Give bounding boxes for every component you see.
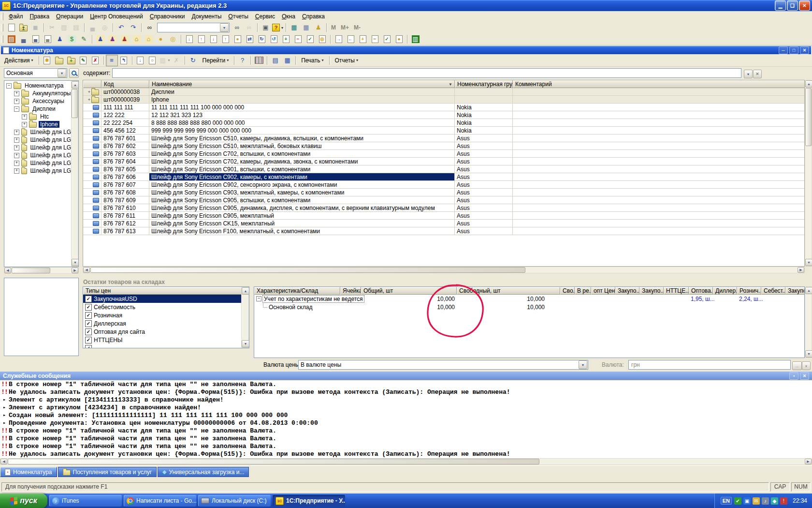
- table-row[interactable]: +шт000000038Дисплеи: [83, 88, 804, 96]
- tray-network-icon[interactable]: ▣: [743, 497, 751, 505]
- column-settings-button[interactable]: ▦: [281, 55, 293, 66]
- search-button[interactable]: [69, 68, 79, 78]
- table-row[interactable]: 876 787 606Шлейф для Sony Ericsson C902,…: [83, 173, 804, 181]
- edit-item-button[interactable]: ✎: [77, 55, 89, 66]
- doc-forward-button[interactable]: →: [333, 33, 345, 45]
- clear-filter-button[interactable]: ✗: [171, 55, 183, 66]
- checkbox-icon[interactable]: ✓: [85, 345, 92, 349]
- warehouse-row[interactable]: −Учет по характеристикам не ведется10,00…: [254, 295, 804, 303]
- table-row[interactable]: 876 787 610Шлейф для Sony Ericsson C905,…: [83, 204, 804, 212]
- doc-income-gold-button[interactable]: +: [357, 33, 369, 45]
- checkbox-icon[interactable]: ✓: [85, 312, 92, 319]
- messages-horizontal-scrollbar[interactable]: ◀ ▶: [0, 458, 812, 465]
- tree-item-шлейф-для-lg-c[interactable]: +Шлейф для LG C: [5, 128, 78, 136]
- language-indicator[interactable]: EN: [721, 497, 732, 505]
- save-button[interactable]: ◼: [29, 22, 42, 33]
- price-type-row[interactable]: ✓Себестоимость: [83, 303, 249, 311]
- list-settings-button[interactable]: ▤: [269, 55, 281, 66]
- memory-mplus-button[interactable]: M+: [338, 24, 351, 31]
- coin-button[interactable]: ●: [155, 33, 167, 45]
- move-item-button[interactable]: ↰: [118, 55, 130, 66]
- sort-column-button[interactable]: ↓: [134, 55, 146, 66]
- history-button[interactable]: ○: [146, 55, 159, 66]
- find-combo-arrow-icon[interactable]: ▼: [220, 23, 229, 32]
- access-rights-button[interactable]: ♟: [312, 22, 324, 33]
- table-row[interactable]: 876 787 608Шлейф для Sony Ericsson C903,…: [83, 189, 804, 196]
- column-header-Комментарий[interactable]: Комментарий: [513, 80, 805, 88]
- column-header-Номенклатурная гру...[interactable]: Номенклатурная гру...: [455, 80, 513, 88]
- warehouse-column-8[interactable]: Закупо...: [639, 287, 664, 295]
- price-type-row[interactable]: ✓Розничная: [83, 311, 249, 319]
- menu-item-8[interactable]: Сервис: [252, 12, 278, 21]
- table-horizontal-scrollbar[interactable]: ◀ ▶: [83, 267, 805, 273]
- memory-mminus-button[interactable]: M-: [351, 24, 363, 31]
- checkbox-icon[interactable]: ✓: [85, 320, 92, 327]
- doc-add-button[interactable]: +: [280, 33, 292, 45]
- price-edit-button[interactable]: ✎: [78, 33, 90, 45]
- cut-button[interactable]: ✂: [46, 22, 58, 33]
- currency-more-button[interactable]: ...: [792, 361, 802, 370]
- goto-button[interactable]: Перейти▾: [199, 55, 232, 66]
- tray-alert-icon[interactable]: !: [780, 497, 787, 505]
- doc-outcome-gold-button[interactable]: −: [369, 33, 381, 45]
- table-row[interactable]: 876 787 613Шлейф для Sony Ericsson F100,…: [83, 227, 804, 235]
- catalog-cabinet-button[interactable]: ▤: [5, 33, 17, 45]
- price-type-row[interactable]: ✓: [83, 344, 249, 348]
- menu-item-6[interactable]: Документы: [188, 12, 225, 21]
- new-window-button[interactable]: ▣: [260, 22, 272, 33]
- warehouse-column-2[interactable]: Общий, шт: [361, 287, 457, 295]
- calculator-button[interactable]: ▦: [288, 22, 300, 33]
- column-header-icon[interactable]: [83, 80, 102, 88]
- price-currency-arrow-icon[interactable]: ▼: [579, 360, 587, 369]
- tray-device-icon[interactable]: ◆: [771, 497, 778, 505]
- doc-payment-button[interactable]: ●: [232, 33, 244, 45]
- checkbox-icon[interactable]: ✓: [85, 337, 92, 344]
- maximize-button[interactable]: ❑: [787, 0, 798, 11]
- help-button[interactable]: ?: [236, 55, 248, 66]
- price-type-row[interactable]: ✓Оптовая для сайта: [83, 328, 249, 336]
- doc-reversal-button[interactable]: ↺: [268, 33, 280, 45]
- doc-transfer-button[interactable]: ⇄: [244, 33, 256, 45]
- warehouse-column-0[interactable]: Характеристика/Склад: [254, 287, 340, 295]
- report-book-button[interactable]: ▥: [409, 33, 421, 45]
- warehouse-column-11[interactable]: Диллер...: [713, 287, 737, 295]
- menu-item-9[interactable]: Окна: [278, 12, 299, 21]
- doc-prices-button[interactable]: ◎: [316, 33, 328, 45]
- table-row[interactable]: 876 787 612Шлейф для Sony Ericsson CK15,…: [83, 220, 804, 227]
- column-header-Код[interactable]: Код: [102, 80, 149, 88]
- menu-item-1[interactable]: Файл: [5, 12, 27, 21]
- add-item-button[interactable]: ✱: [41, 55, 53, 66]
- taskbar-button-написати-листа-go-[interactable]: Написати листа - Go...: [124, 495, 196, 507]
- table-row[interactable]: 876 787 607Шлейф для Sony Ericsson C902,…: [83, 181, 804, 189]
- table-row[interactable]: 22 222 2548 888 888 888 888 880 000 000 …: [83, 119, 804, 127]
- table-row[interactable]: 876 787 601Шлейф для Sony Ericsson C510,…: [83, 134, 804, 142]
- coins-stack-button[interactable]: ◎: [167, 33, 179, 45]
- warehouse-column-3[interactable]: Свободный, шт: [457, 287, 560, 295]
- print-document-button[interactable]: ▄: [17, 33, 29, 45]
- paste-button[interactable]: ▤: [70, 22, 82, 33]
- menu-item-10[interactable]: Справка: [299, 12, 328, 21]
- price-types-header[interactable]: Типы цен: [83, 287, 242, 295]
- workbook-tab-номенклатура[interactable]: ▪Номенклатура: [0, 467, 57, 477]
- table-row[interactable]: 876 787 605Шлейф для Sony Ericsson C901,…: [83, 165, 804, 173]
- child-restore-button[interactable]: □: [789, 46, 798, 54]
- start-button[interactable]: пуск: [0, 493, 47, 508]
- price-type-row[interactable]: ✓НТТЦЕНЫ: [83, 336, 249, 344]
- taskbar-button-локальный-диск-с-[interactable]: Локальный диск (С:): [198, 495, 271, 507]
- print-button[interactable]: ▄: [87, 22, 99, 33]
- tree-item-шлейф-для-lg-c[interactable]: +Шлейф для LG C: [5, 159, 78, 167]
- table-row[interactable]: 876 787 611Шлейф для Sony Ericsson C905,…: [83, 212, 804, 220]
- menu-item-2[interactable]: Правка: [27, 12, 53, 21]
- table-row[interactable]: +шт000000039Iphone: [83, 96, 804, 104]
- doc-return-out-button[interactable]: ↑: [219, 33, 232, 45]
- doc-money-button[interactable]: ●: [393, 33, 405, 45]
- menu-item-4[interactable]: Центр Оповещений: [87, 12, 146, 21]
- tree-item-дисплеи[interactable]: −Дисплеи: [5, 105, 78, 113]
- hierarchy-view-button[interactable]: ≡: [106, 55, 118, 66]
- child-minimize-button[interactable]: ─: [779, 46, 788, 54]
- warehouse-column-4[interactable]: Сво...: [560, 287, 575, 295]
- menu-item-7[interactable]: Отчеты: [225, 12, 252, 21]
- table-row[interactable]: 456 456 122999 999 999 999 999 000 000 0…: [83, 127, 804, 134]
- tree-item-номенклатура[interactable]: −Номенклатура: [5, 82, 78, 90]
- view-combo-arrow-icon[interactable]: ▼: [58, 69, 66, 77]
